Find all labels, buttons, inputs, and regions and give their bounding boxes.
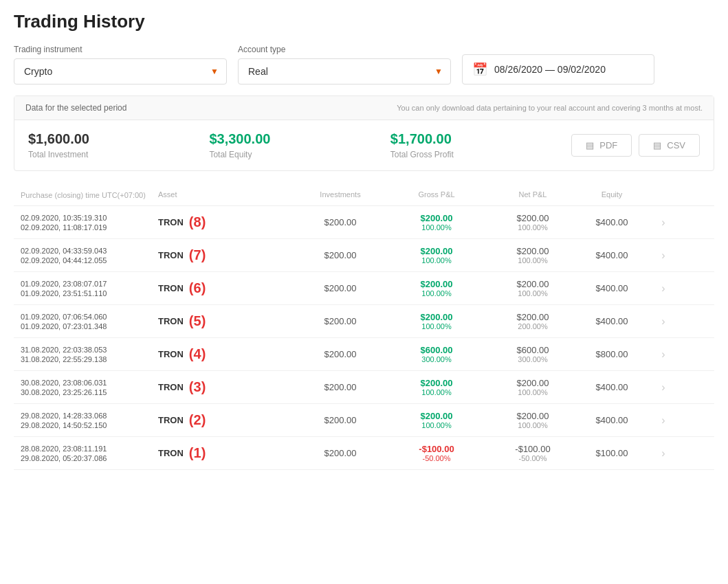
time-close: 02.09.2020, 11:08:17.019 [21, 223, 158, 232]
equity-cell: $400.00 [577, 316, 646, 326]
time-open: 02.09.2020, 10:35:19.310 [21, 214, 158, 222]
gross-pnl-amount: $200.00 [421, 411, 453, 421]
asset-name: TRON [158, 217, 184, 227]
net-pnl-amount: $600.00 [517, 345, 549, 355]
expand-cell[interactable]: › [646, 414, 681, 427]
table-row: 31.08.2020, 22:03:38.053 31.08.2020, 22:… [14, 338, 714, 371]
trade-number: (3) [189, 379, 206, 395]
gross-pnl-cell: $200.00 100.00% [385, 246, 488, 265]
asset-name: TRON [158, 349, 184, 359]
gross-pnl-cell: $200.00 100.00% [385, 378, 488, 396]
total-equity-amount: $3,300.00 [209, 131, 390, 147]
time-open: 01.09.2020, 07:06:54.060 [21, 313, 158, 321]
page-title: Trading History [14, 11, 714, 32]
net-pnl-cell: $600.00 300.00% [488, 345, 577, 363]
net-pnl-amount: $200.00 [517, 246, 549, 256]
csv-export-button[interactable]: ▤ CSV [639, 134, 700, 157]
account-select-wrapper: Real ▼ [238, 58, 451, 85]
investment-cell: $200.00 [296, 349, 385, 359]
total-gross-profit-label: Total Gross Profit [390, 150, 571, 159]
account-label: Account type [238, 45, 451, 54]
summary-header: Data for the selected period You can onl… [14, 96, 714, 120]
time-close: 29.08.2020, 05:20:37.086 [21, 454, 158, 462]
export-buttons: ▤ PDF ▤ CSV [571, 134, 700, 157]
total-investment-item: $1,600.00 Total Investment [28, 131, 209, 159]
gross-pnl-pct: 100.00% [421, 322, 451, 330]
col-investments: Investments [296, 190, 385, 200]
time-cell: 29.08.2020, 14:28:33.068 29.08.2020, 14:… [21, 412, 158, 429]
net-pnl-cell: $200.00 100.00% [488, 279, 577, 297]
chevron-down-icon: › [661, 348, 665, 361]
time-close: 31.08.2020, 22:55:29.138 [21, 355, 158, 363]
gross-pnl-pct: 300.00% [421, 355, 451, 363]
equity-cell: $400.00 [577, 217, 646, 227]
total-gross-profit-item: $1,700.00 Total Gross Profit [390, 131, 571, 159]
instrument-select[interactable]: Crypto [14, 58, 227, 85]
table-row: 30.08.2020, 23:08:06.031 30.08.2020, 23:… [14, 371, 714, 404]
asset-cell: TRON (8) [158, 214, 296, 230]
time-close: 01.09.2020, 07:23:01.348 [21, 322, 158, 330]
equity-cell: $400.00 [577, 250, 646, 260]
pdf-label: PDF [599, 140, 617, 150]
net-pnl-amount: $200.00 [517, 411, 549, 421]
page-container: Trading History Trading instrument Crypt… [0, 0, 728, 584]
expand-cell[interactable]: › [646, 282, 681, 295]
gross-pnl-cell: $200.00 100.00% [385, 213, 488, 232]
instrument-label: Trading instrument [14, 45, 227, 54]
expand-cell[interactable]: › [646, 381, 681, 394]
gross-pnl-pct: 100.00% [421, 289, 451, 297]
pdf-export-button[interactable]: ▤ PDF [571, 134, 632, 157]
equity-cell: $400.00 [577, 382, 646, 392]
total-equity-label: Total Equity [209, 150, 390, 159]
asset-name: TRON [158, 415, 184, 425]
gross-pnl-amount: $200.00 [421, 246, 453, 256]
summary-note: You can only download data pertaining to… [397, 104, 703, 112]
chevron-down-icon: › [661, 381, 665, 394]
summary-section: Data for the selected period You can onl… [14, 96, 714, 171]
col-equity: Equity [577, 190, 646, 200]
gross-pnl-pct: 100.00% [421, 421, 451, 429]
net-pnl-amount: $200.00 [517, 279, 549, 289]
instrument-select-wrapper: Crypto ▼ [14, 58, 227, 85]
time-open: 30.08.2020, 23:08:06.031 [21, 379, 158, 387]
net-pnl-pct: -50.00% [519, 454, 547, 462]
gross-pnl-pct: 100.00% [421, 256, 451, 265]
gross-pnl-pct: -50.00% [423, 454, 451, 462]
col-expand [646, 190, 681, 200]
net-pnl-cell: $200.00 100.00% [488, 378, 577, 396]
table-row: 29.08.2020, 14:28:33.068 29.08.2020, 14:… [14, 404, 714, 437]
gross-pnl-amount: -$100.00 [419, 444, 454, 454]
trade-number: (7) [189, 247, 206, 263]
expand-cell[interactable]: › [646, 348, 681, 361]
chevron-down-icon: › [661, 249, 665, 262]
csv-label: CSV [667, 140, 685, 150]
investment-cell: $200.00 [296, 382, 385, 392]
date-range-text: 08/26/2020 — 09/02/2020 [494, 64, 606, 75]
table-header: Purchase (closing) time UTC(+07:00) Asse… [14, 185, 714, 206]
expand-cell[interactable]: › [646, 315, 681, 328]
account-select[interactable]: Real [238, 58, 451, 85]
table-row: 28.08.2020, 23:08:11.191 29.08.2020, 05:… [14, 437, 714, 470]
time-open: 31.08.2020, 22:03:38.053 [21, 346, 158, 354]
total-investment-amount: $1,600.00 [28, 131, 209, 147]
investment-cell: $200.00 [296, 283, 385, 293]
asset-cell: TRON (1) [158, 445, 296, 461]
expand-cell[interactable]: › [646, 447, 681, 460]
chevron-down-icon: › [661, 216, 665, 229]
col-asset: Asset [158, 190, 296, 200]
net-pnl-amount: $200.00 [517, 378, 549, 388]
time-cell: 02.09.2020, 10:35:19.310 02.09.2020, 11:… [21, 214, 158, 232]
net-pnl-pct: 100.00% [518, 256, 547, 265]
gross-pnl-cell: -$100.00 -50.00% [385, 444, 488, 462]
time-open: 29.08.2020, 14:28:33.068 [21, 412, 158, 420]
time-open: 28.08.2020, 23:08:11.191 [21, 445, 158, 453]
gross-pnl-pct: 100.00% [421, 388, 451, 396]
pdf-icon: ▤ [586, 140, 594, 150]
equity-cell: $400.00 [577, 415, 646, 425]
expand-cell[interactable]: › [646, 216, 681, 229]
expand-cell[interactable]: › [646, 249, 681, 262]
account-filter-group: Account type Real ▼ [238, 45, 451, 85]
total-investment-label: Total Investment [28, 150, 209, 159]
date-range-picker[interactable]: 📅 08/26/2020 — 09/02/2020 [462, 54, 654, 85]
table-row: 02.09.2020, 10:35:19.310 02.09.2020, 11:… [14, 206, 714, 239]
